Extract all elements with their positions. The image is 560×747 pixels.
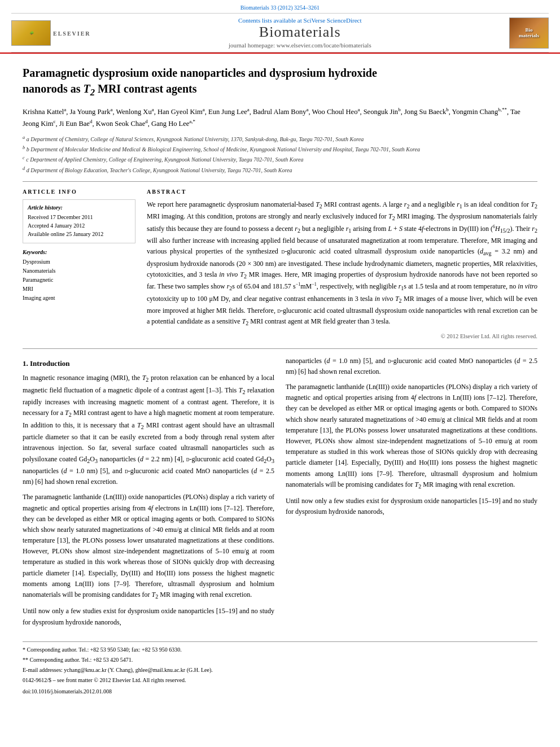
right-para-2: The paramagnetic lanthanide (Ln(III)) ox… — [286, 382, 537, 491]
journal-cover-image: Biomaterials — [509, 18, 549, 49]
info-abstract-section: ARTICLE INFO Article history: Received 1… — [23, 189, 537, 339]
article-title: Paramagnetic dysprosium oxide nanopartic… — [23, 65, 537, 99]
ref-line: Biomaterials 33 (2012) 3254–3261 — [240, 5, 320, 11]
journal-banner: 🌳 ELSEVIER Contents lists available at S… — [11, 13, 549, 53]
keyword-imaging-agent: Imaging agent — [23, 294, 135, 303]
keywords-label: Keywords: — [23, 249, 135, 255]
abstract-text: We report here paramagnetic dysprosium n… — [147, 199, 537, 329]
authors: Krishna Kattela, Ja Young Parka, Wenlong… — [23, 106, 537, 129]
main-content: Paramagnetic dysprosium oxide nanopartic… — [0, 54, 560, 709]
journal-center: Contents lists available at SciVerse Sci… — [91, 17, 509, 49]
intro-para-1: In magnetic resonance imaging (MRI), the… — [23, 373, 274, 487]
right-para-3: Until now only a few studies exist for d… — [286, 496, 537, 517]
elsevier-logo: 🌳 ELSEVIER — [11, 20, 91, 46]
journal-ref: Biomaterials 33 (2012) 3254–3261 — [11, 5, 549, 11]
keywords-box: Keywords: Dysprosium Nanomaterials Param… — [23, 249, 135, 303]
sciverse-link: Contents lists available at SciVerse Sci… — [91, 17, 509, 24]
keyword-paramagnetic: Paramagnetic — [23, 276, 135, 285]
elsevier-text: ELSEVIER — [53, 30, 91, 37]
copyright-line: © 2012 Elsevier Ltd. All rights reserved… — [147, 333, 537, 339]
keyword-nanomaterials: Nanomaterials — [23, 267, 135, 276]
keyword-dysprosium: Dysprosium — [23, 257, 135, 267]
right-para-1: nanoparticles (d = 1.0 nm) [5], and d-gl… — [286, 356, 537, 377]
article-info-col: ARTICLE INFO Article history: Received 1… — [23, 189, 135, 339]
elsevier-logo-box: 🌳 — [11, 20, 51, 46]
journal-homepage: journal homepage: www.elsevier.com/locat… — [91, 42, 509, 49]
footnote-corresponding-1: * Corresponding author. Tel.: +82 53 950… — [23, 645, 537, 654]
abstract-col: ABSTRACT We report here paramagnetic dys… — [147, 189, 537, 339]
accepted-date: Accepted 4 January 2012 — [28, 221, 130, 230]
available-date: Available online 25 January 2012 — [28, 230, 130, 238]
footnote-issn: 0142-9612/$ – see front matter © 2012 El… — [23, 676, 537, 685]
abstract-label: ABSTRACT — [147, 189, 537, 195]
footnote-corresponding-2: ** Corresponding author. Tel.: +82 53 42… — [23, 656, 537, 665]
affiliations: a a Department of Chemistry, College of … — [23, 134, 537, 174]
body-col-left: 1. Introduction In magnetic resonance im… — [23, 356, 274, 632]
body-col-right: nanoparticles (d = 1.0 nm) [5], and d-gl… — [286, 356, 537, 632]
journal-name: Biomaterials — [91, 24, 509, 41]
footnote-doi: doi:10.1016/j.biomaterials.2012.01.008 — [23, 687, 537, 696]
sciverse-link-text[interactable]: SciVerse ScienceDirect — [304, 17, 362, 24]
history-label: Article history: — [28, 204, 130, 211]
title-t2: T2 — [83, 82, 95, 95]
keyword-mri: MRI — [23, 285, 135, 294]
divider-2 — [23, 348, 537, 349]
article-history-box: Article history: Received 17 December 20… — [23, 199, 135, 243]
intro-para-3: Until now only a few studies exist for d… — [23, 606, 274, 627]
footnote-emails: E-mail addresses: ychang@knu.ac.kr (Y. C… — [23, 666, 537, 675]
received-date: Received 17 December 2011 — [28, 213, 130, 221]
page: Biomaterials 33 (2012) 3254–3261 🌳 ELSEV… — [0, 0, 560, 709]
intro-para-2: The paramagnetic lanthanide (Ln(III)) ox… — [23, 492, 274, 601]
article-info-label: ARTICLE INFO — [23, 189, 135, 195]
sciverse-text: Contents lists available at — [238, 17, 303, 24]
divider-1 — [23, 181, 537, 182]
intro-heading: 1. Introduction — [23, 358, 274, 370]
footnotes: * Corresponding author. Tel.: +82 53 950… — [23, 641, 537, 696]
journal-header: Biomaterials 33 (2012) 3254–3261 🌳 ELSEV… — [0, 0, 560, 54]
body-section: 1. Introduction In magnetic resonance im… — [23, 356, 537, 632]
